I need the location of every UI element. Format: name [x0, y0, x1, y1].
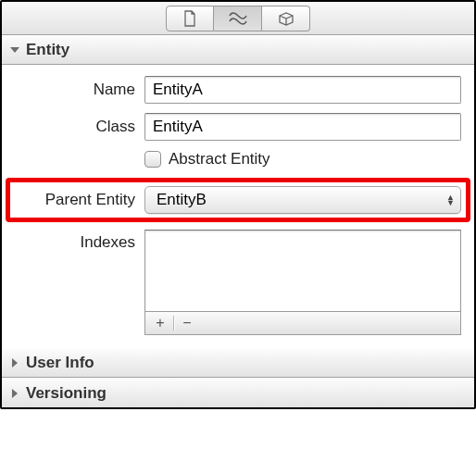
box-icon [278, 11, 294, 26]
document-icon [183, 10, 196, 27]
label-name: Name [15, 81, 144, 99]
section-title-versioning: Versioning [26, 384, 106, 403]
section-header-userinfo[interactable]: User Info [2, 348, 474, 378]
label-class: Class [15, 118, 144, 136]
plus-icon: + [156, 315, 164, 331]
inspector-panel: Entity Name Class Abstract Entity Parent… [0, 0, 476, 409]
section-header-entity[interactable]: Entity [2, 35, 474, 65]
label-parent-entity: Parent Entity [15, 191, 144, 209]
identity-icon [229, 12, 247, 25]
section-title-entity: Entity [26, 41, 69, 59]
row-abstract: Abstract Entity [144, 150, 461, 168]
footer-separator [173, 316, 174, 331]
parent-entity-value: EntityB [157, 191, 207, 209]
indexes-footer: + − [144, 311, 461, 335]
row-indexes: Indexes + − [15, 230, 461, 335]
section-header-versioning[interactable]: Versioning [2, 378, 474, 407]
entity-section-body: Name Class Abstract Entity Parent Entity… [2, 65, 474, 348]
inspector-toolbar [2, 2, 474, 35]
add-index-button[interactable]: + [149, 314, 171, 332]
row-name: Name [15, 76, 461, 104]
name-field[interactable] [144, 76, 461, 104]
disclosure-triangle-expanded-icon [9, 44, 20, 56]
disclosure-triangle-collapsed-icon [9, 357, 20, 368]
tab-file-inspector[interactable] [166, 6, 214, 31]
row-parent-entity: Parent Entity EntityB ▲▼ [6, 178, 470, 222]
chevron-up-down-icon: ▲▼ [446, 194, 455, 206]
class-field[interactable] [144, 113, 461, 141]
tab-box-inspector[interactable] [262, 6, 310, 31]
parent-entity-popup[interactable]: EntityB ▲▼ [144, 186, 461, 214]
tab-data-model-inspector[interactable] [214, 6, 262, 31]
remove-index-button[interactable]: − [176, 314, 198, 332]
abstract-entity-checkbox[interactable] [144, 151, 161, 168]
indexes-list[interactable] [144, 230, 461, 311]
row-class: Class [15, 113, 461, 141]
section-title-userinfo: User Info [26, 354, 94, 372]
disclosure-triangle-collapsed-icon [9, 388, 20, 399]
label-indexes: Indexes [15, 230, 144, 252]
indexes-box: + − [144, 230, 461, 335]
label-abstract: Abstract Entity [169, 150, 270, 168]
minus-icon: − [182, 315, 191, 331]
